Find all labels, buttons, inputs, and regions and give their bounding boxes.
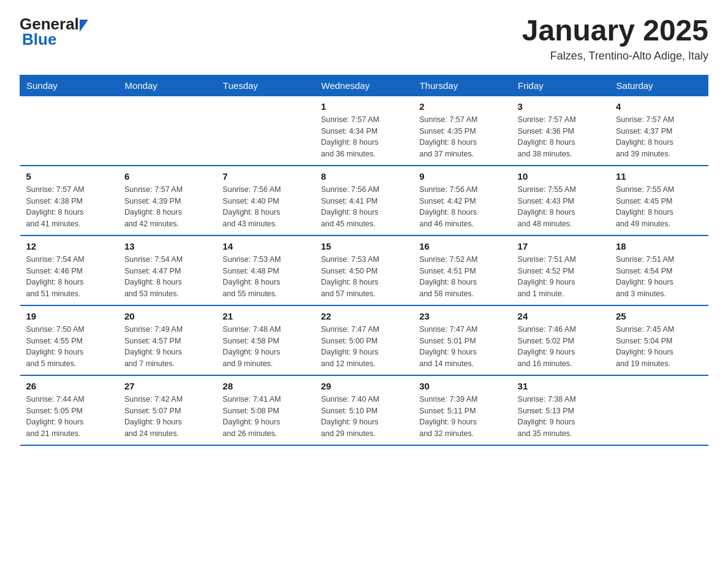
- day-number: 13: [124, 241, 210, 251]
- day-info: Sunrise: 7:51 AMSunset: 4:52 PMDaylight:…: [518, 254, 604, 300]
- day-info: Sunrise: 7:48 AMSunset: 4:58 PMDaylight:…: [222, 324, 308, 370]
- calendar-cell: 31Sunrise: 7:38 AMSunset: 5:13 PMDayligh…: [512, 375, 610, 445]
- day-info: Sunrise: 7:54 AMSunset: 4:46 PMDaylight:…: [26, 254, 112, 300]
- day-number: 21: [222, 311, 308, 321]
- calendar-cell: [20, 96, 118, 166]
- calendar-cell: 20Sunrise: 7:49 AMSunset: 4:57 PMDayligh…: [118, 305, 216, 375]
- day-info: Sunrise: 7:57 AMSunset: 4:37 PMDaylight:…: [616, 114, 702, 160]
- calendar-week-row: 1Sunrise: 7:57 AMSunset: 4:34 PMDaylight…: [20, 96, 708, 166]
- day-number: 26: [26, 381, 112, 391]
- day-number: 14: [222, 241, 308, 251]
- day-number: 27: [124, 381, 210, 391]
- calendar-day-header: Friday: [512, 75, 610, 96]
- day-info: Sunrise: 7:44 AMSunset: 5:05 PMDaylight:…: [26, 394, 112, 440]
- day-number: 9: [419, 171, 505, 182]
- day-number: 31: [518, 381, 604, 391]
- day-info: Sunrise: 7:47 AMSunset: 5:01 PMDaylight:…: [419, 324, 505, 370]
- day-info: Sunrise: 7:47 AMSunset: 5:00 PMDaylight:…: [321, 324, 407, 370]
- day-number: 15: [321, 241, 407, 251]
- calendar-day-header: Saturday: [610, 75, 708, 96]
- calendar-cell: 11Sunrise: 7:55 AMSunset: 4:45 PMDayligh…: [610, 166, 708, 236]
- day-info: Sunrise: 7:57 AMSunset: 4:34 PMDaylight:…: [321, 114, 407, 160]
- logo-triangle-icon: [80, 20, 88, 32]
- calendar-table: SundayMondayTuesdayWednesdayThursdayFrid…: [20, 75, 708, 446]
- title-block: January 2025 Falzes, Trentino-Alto Adige…: [522, 15, 708, 63]
- calendar-cell: 29Sunrise: 7:40 AMSunset: 5:10 PMDayligh…: [315, 375, 413, 445]
- day-number: 2: [419, 101, 505, 112]
- day-info: Sunrise: 7:56 AMSunset: 4:42 PMDaylight:…: [419, 184, 505, 230]
- calendar-cell: 4Sunrise: 7:57 AMSunset: 4:37 PMDaylight…: [610, 96, 708, 166]
- day-info: Sunrise: 7:52 AMSunset: 4:51 PMDaylight:…: [419, 254, 505, 300]
- day-info: Sunrise: 7:53 AMSunset: 4:50 PMDaylight:…: [321, 254, 407, 300]
- day-number: 6: [124, 171, 210, 182]
- logo-blue-text: Blue: [22, 30, 56, 49]
- day-info: Sunrise: 7:51 AMSunset: 4:54 PMDaylight:…: [616, 254, 702, 300]
- logo: General Blue: [20, 15, 89, 49]
- day-number: 18: [616, 241, 702, 251]
- day-info: Sunrise: 7:38 AMSunset: 5:13 PMDaylight:…: [518, 394, 604, 440]
- day-info: Sunrise: 7:53 AMSunset: 4:48 PMDaylight:…: [222, 254, 308, 300]
- calendar-week-row: 5Sunrise: 7:57 AMSunset: 4:38 PMDaylight…: [20, 166, 708, 236]
- day-number: 4: [616, 101, 702, 112]
- day-number: 5: [26, 171, 112, 182]
- day-number: 1: [321, 101, 407, 112]
- day-info: Sunrise: 7:46 AMSunset: 5:02 PMDaylight:…: [518, 324, 604, 370]
- day-number: 8: [321, 171, 407, 182]
- day-info: Sunrise: 7:49 AMSunset: 4:57 PMDaylight:…: [124, 324, 210, 370]
- calendar-cell: [216, 96, 314, 166]
- calendar-cell: 8Sunrise: 7:56 AMSunset: 4:41 PMDaylight…: [315, 166, 413, 236]
- calendar-week-row: 12Sunrise: 7:54 AMSunset: 4:46 PMDayligh…: [20, 236, 708, 305]
- calendar-cell: 24Sunrise: 7:46 AMSunset: 5:02 PMDayligh…: [512, 305, 610, 375]
- calendar-cell: 15Sunrise: 7:53 AMSunset: 4:50 PMDayligh…: [315, 236, 413, 305]
- day-info: Sunrise: 7:57 AMSunset: 4:36 PMDaylight:…: [518, 114, 604, 160]
- day-info: Sunrise: 7:45 AMSunset: 5:04 PMDaylight:…: [616, 324, 702, 370]
- calendar-day-header: Tuesday: [216, 75, 314, 96]
- calendar-cell: 14Sunrise: 7:53 AMSunset: 4:48 PMDayligh…: [216, 236, 314, 305]
- page-header: General Blue January 2025 Falzes, Trenti…: [20, 15, 708, 63]
- calendar-cell: 5Sunrise: 7:57 AMSunset: 4:38 PMDaylight…: [20, 166, 118, 236]
- calendar-cell: 12Sunrise: 7:54 AMSunset: 4:46 PMDayligh…: [20, 236, 118, 305]
- day-number: 10: [518, 171, 604, 182]
- calendar-cell: [610, 375, 708, 445]
- calendar-cell: 19Sunrise: 7:50 AMSunset: 4:55 PMDayligh…: [20, 305, 118, 375]
- day-number: 16: [419, 241, 505, 251]
- calendar-cell: 7Sunrise: 7:56 AMSunset: 4:40 PMDaylight…: [216, 166, 314, 236]
- day-number: 11: [616, 171, 702, 182]
- calendar-cell: 10Sunrise: 7:55 AMSunset: 4:43 PMDayligh…: [512, 166, 610, 236]
- calendar-day-header: Wednesday: [315, 75, 413, 96]
- page-title: January 2025: [522, 15, 708, 47]
- calendar-week-row: 19Sunrise: 7:50 AMSunset: 4:55 PMDayligh…: [20, 305, 708, 375]
- day-info: Sunrise: 7:55 AMSunset: 4:45 PMDaylight:…: [616, 184, 702, 230]
- day-number: 7: [222, 171, 308, 182]
- day-info: Sunrise: 7:57 AMSunset: 4:35 PMDaylight:…: [419, 114, 505, 160]
- calendar-cell: 28Sunrise: 7:41 AMSunset: 5:08 PMDayligh…: [216, 375, 314, 445]
- calendar-cell: 9Sunrise: 7:56 AMSunset: 4:42 PMDaylight…: [413, 166, 511, 236]
- calendar-cell: 27Sunrise: 7:42 AMSunset: 5:07 PMDayligh…: [118, 375, 216, 445]
- calendar-cell: 30Sunrise: 7:39 AMSunset: 5:11 PMDayligh…: [413, 375, 511, 445]
- day-number: 12: [26, 241, 112, 251]
- day-info: Sunrise: 7:42 AMSunset: 5:07 PMDaylight:…: [124, 394, 210, 440]
- day-info: Sunrise: 7:39 AMSunset: 5:11 PMDaylight:…: [419, 394, 505, 440]
- day-info: Sunrise: 7:56 AMSunset: 4:40 PMDaylight:…: [222, 184, 308, 230]
- calendar-day-header: Thursday: [413, 75, 511, 96]
- day-number: 22: [321, 311, 407, 321]
- calendar-day-header: Sunday: [20, 75, 118, 96]
- day-number: 23: [419, 311, 505, 321]
- day-number: 19: [26, 311, 112, 321]
- calendar-week-row: 26Sunrise: 7:44 AMSunset: 5:05 PMDayligh…: [20, 375, 708, 445]
- calendar-cell: 6Sunrise: 7:57 AMSunset: 4:39 PMDaylight…: [118, 166, 216, 236]
- day-info: Sunrise: 7:55 AMSunset: 4:43 PMDaylight:…: [518, 184, 604, 230]
- calendar-cell: 22Sunrise: 7:47 AMSunset: 5:00 PMDayligh…: [315, 305, 413, 375]
- day-number: 24: [518, 311, 604, 321]
- day-number: 3: [518, 101, 604, 112]
- day-info: Sunrise: 7:40 AMSunset: 5:10 PMDaylight:…: [321, 394, 407, 440]
- calendar-cell: 13Sunrise: 7:54 AMSunset: 4:47 PMDayligh…: [118, 236, 216, 305]
- day-number: 28: [222, 381, 308, 391]
- day-info: Sunrise: 7:57 AMSunset: 4:38 PMDaylight:…: [26, 184, 112, 230]
- calendar-cell: 25Sunrise: 7:45 AMSunset: 5:04 PMDayligh…: [610, 305, 708, 375]
- calendar-cell: 18Sunrise: 7:51 AMSunset: 4:54 PMDayligh…: [610, 236, 708, 305]
- day-info: Sunrise: 7:41 AMSunset: 5:08 PMDaylight:…: [222, 394, 308, 440]
- calendar-cell: 3Sunrise: 7:57 AMSunset: 4:36 PMDaylight…: [512, 96, 610, 166]
- day-number: 17: [518, 241, 604, 251]
- calendar-cell: 21Sunrise: 7:48 AMSunset: 4:58 PMDayligh…: [216, 305, 314, 375]
